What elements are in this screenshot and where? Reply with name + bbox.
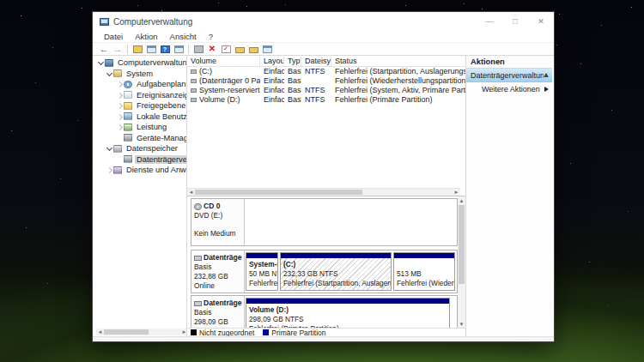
disk0-label[interactable]: Datenträger 0 Basis 232,88 GB Online <box>191 250 245 293</box>
sidebar-item-datentraegerverwaltung[interactable]: Datenträgerverwaltung <box>94 154 186 166</box>
collapse-up-icon[interactable] <box>544 73 549 77</box>
scrollbar-thumb[interactable] <box>104 329 149 335</box>
tree-horizontal-scrollbar[interactable]: ◄ ► <box>96 329 187 335</box>
scroll-left-icon[interactable]: ◄ <box>96 329 104 335</box>
partition-system-reserved[interactable]: System-reserviert 50 MB NTFS Fehlerfrei … <box>246 252 278 291</box>
back-icon[interactable]: ← <box>97 44 111 55</box>
column-volume[interactable]: Volume <box>187 57 260 66</box>
volume-list: Volume Layout Typ Dateisystem Status (C:… <box>187 56 465 196</box>
column-typ[interactable]: Typ <box>284 57 301 66</box>
scrollbar-thumb[interactable] <box>195 190 362 195</box>
delete-icon[interactable]: ✕ <box>205 44 219 55</box>
users-icon <box>124 112 132 120</box>
chevron-down-icon[interactable] <box>97 59 104 66</box>
sidebar-item-geraete-manager[interactable]: Geräte-Manager <box>94 133 186 144</box>
chevron-right-icon[interactable] <box>116 113 123 120</box>
scroll-down-icon[interactable]: ▼ <box>459 320 465 328</box>
disk0-row[interactable]: Datenträger 0 Basis 232,88 GB Online Sys… <box>191 250 458 293</box>
computer-icon <box>105 59 113 67</box>
legend-unallocated: Nicht zugeordnet <box>191 329 254 337</box>
console-tree: Computerverwaltung (Lokal) System Aufgab… <box>94 56 187 336</box>
event-viewer-icon <box>124 91 132 99</box>
app-icon <box>100 18 109 26</box>
actions-datentraegerverwaltung[interactable]: Datenträgerverwaltung <box>466 69 552 82</box>
column-status[interactable]: Status <box>331 57 465 66</box>
menu-aktion[interactable]: Aktion <box>129 32 163 41</box>
disk1-label[interactable]: Datenträger 1 Basis 298,09 GB Online <box>191 296 245 328</box>
partition-recovery[interactable]: 513 MB Fehlerfrei (Wiederhe <box>393 252 455 291</box>
drive-edit-icon[interactable] <box>246 44 260 55</box>
sidebar-item-ereignisanzeige[interactable]: Ereignisanzeige <box>94 90 186 101</box>
partition-legend: Nicht zugeordnet Primäre Partition <box>187 328 465 336</box>
sidebar-item-lokale-benutzer[interactable]: Lokale Benutzer und Gr <box>94 112 186 123</box>
sidebar-item-dienste[interactable]: Dienste und Anwendungen <box>94 165 186 176</box>
dialog-icon[interactable] <box>260 44 274 55</box>
cd-row[interactable]: CD 0 DVD (E:) Kein Medium <box>191 198 458 246</box>
sidebar-item-datenspeicher[interactable]: Datenspeicher <box>94 143 186 154</box>
column-layout[interactable]: Layout <box>260 57 284 66</box>
desktop-background: Computerverwaltung — □ ✕ Datei Aktion An… <box>0 0 644 362</box>
actions-weitere-aktionen[interactable]: Weitere Aktionen <box>466 82 552 95</box>
chevron-right-icon[interactable] <box>116 81 123 87</box>
table-row[interactable]: System-reserviert Einfach Basis NTFS Feh… <box>187 86 465 95</box>
menu-hilfe[interactable]: ? <box>203 32 219 41</box>
window-icon[interactable] <box>172 44 185 55</box>
services-icon <box>113 166 122 174</box>
table-row[interactable]: (C:) Einfach Basis NTFS Fehlerfrei (Star… <box>187 67 465 76</box>
table-row[interactable]: (Datenträger 0 Partition 3) Einfach Basi… <box>187 76 465 86</box>
menu-datei[interactable]: Datei <box>98 32 129 41</box>
sidebar-item-leistung[interactable]: Leistung <box>94 122 186 133</box>
table-row[interactable]: Volume (D:) Einfach Basis NTFS Fehlerfre… <box>187 95 465 105</box>
chevron-down-icon[interactable] <box>106 145 112 152</box>
window-icon[interactable] <box>144 44 158 55</box>
disk-icon <box>194 256 202 261</box>
device-manager-icon <box>124 134 132 142</box>
system-icon <box>113 69 122 77</box>
volume-icon <box>191 88 197 93</box>
chevron-none <box>116 135 123 142</box>
titlebar[interactable]: Computerverwaltung — □ ✕ <box>93 12 554 31</box>
toolbar: ← → ? ✕ ✓ <box>93 43 554 56</box>
scroll-right-icon[interactable]: ► <box>453 189 460 196</box>
wrench-icon[interactable] <box>191 44 205 55</box>
chevron-none <box>116 156 123 163</box>
scroll-up-icon[interactable]: ▲ <box>459 196 465 204</box>
chevron-right-icon[interactable] <box>106 166 112 173</box>
column-dateisystem[interactable]: Dateisystem <box>301 57 331 66</box>
sidebar-item-freigegebene-ordner[interactable]: Freigegebene Ordner <box>94 100 186 112</box>
forward-icon[interactable]: → <box>111 44 125 55</box>
sidebar-item-aufgabenplanung[interactable]: Aufgabenplanung <box>94 79 186 90</box>
shared-folders-icon <box>124 102 132 110</box>
drive-icon[interactable] <box>233 44 246 55</box>
window-title: Computerverwaltung <box>113 17 192 27</box>
sidebar-item-computerverwaltung[interactable]: Computerverwaltung (Lokal) <box>94 57 186 69</box>
cd-label[interactable]: CD 0 DVD (E:) Kein Medium <box>191 199 245 245</box>
disk-management-pane: Volume Layout Typ Dateisystem Status (C:… <box>187 56 465 336</box>
volume-list-horizontal-scrollbar[interactable]: ◄ ► <box>187 188 460 196</box>
console-tree-icon[interactable] <box>131 44 144 55</box>
primary-partition-swatch-icon <box>263 329 269 335</box>
volume-icon <box>191 79 197 83</box>
scroll-left-icon[interactable]: ◄ <box>187 189 195 196</box>
task-scheduler-icon <box>124 81 132 88</box>
scroll-right-icon[interactable]: ► <box>180 329 187 335</box>
actions-pane: Aktionen Datenträgerverwaltung Weitere A… <box>465 56 552 336</box>
chevron-down-icon[interactable] <box>106 70 112 77</box>
chevron-right-icon[interactable] <box>116 124 123 130</box>
close-button[interactable]: ✕ <box>528 12 554 31</box>
maximize-button[interactable]: □ <box>502 12 528 31</box>
cd-empty-area <box>245 199 457 245</box>
disk1-row[interactable]: Datenträger 1 Basis 298,09 GB Online Vol… <box>191 295 458 328</box>
chevron-right-icon[interactable] <box>116 102 123 109</box>
partition-d[interactable]: Volume (D:) 298,09 GB NTFS Fehlerfrei (P… <box>246 298 450 328</box>
chevron-right-icon[interactable] <box>116 92 123 99</box>
minimize-button[interactable]: — <box>477 12 502 31</box>
help-icon[interactable]: ? <box>158 44 172 55</box>
sidebar-item-system[interactable]: System <box>94 69 186 80</box>
scrollbar-thumb[interactable] <box>459 205 465 284</box>
actions-header: Aktionen <box>466 56 552 69</box>
properties-check-icon[interactable]: ✓ <box>219 44 233 55</box>
partition-c-selected[interactable]: (C:) 232,33 GB NTFS Fehlerfrei (Startpar… <box>280 252 392 291</box>
menu-ansicht[interactable]: Ansicht <box>164 32 203 41</box>
disk-view-vertical-scrollbar[interactable]: ▲ ▼ <box>458 196 465 328</box>
